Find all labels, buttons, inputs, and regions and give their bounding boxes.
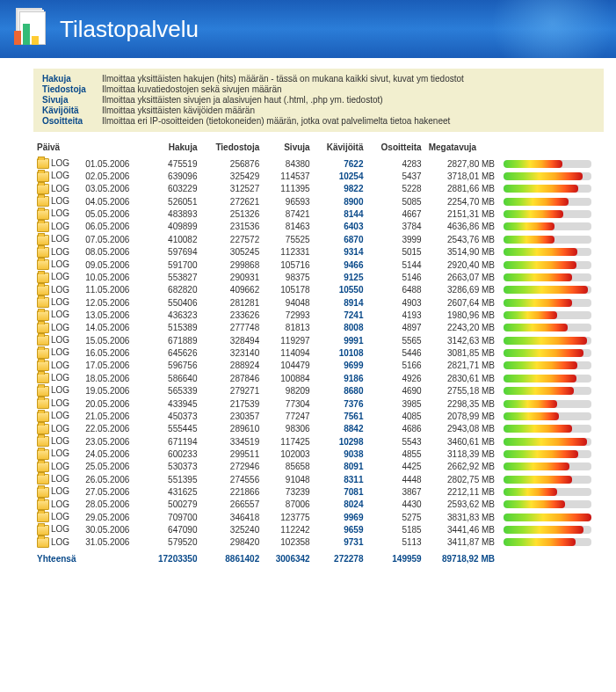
folder-icon — [37, 222, 49, 232]
bar-fill — [504, 172, 583, 180]
bar-cell — [498, 170, 604, 182]
log-cell[interactable]: LOG — [33, 259, 82, 271]
log-link[interactable]: LOG — [51, 297, 69, 307]
bar-fill — [504, 438, 587, 446]
log-cell[interactable]: LOG — [33, 183, 82, 195]
pages-cell: 105178 — [263, 284, 313, 296]
log-cell[interactable]: LOG — [33, 309, 82, 321]
log-cell[interactable]: LOG — [33, 448, 82, 460]
log-link[interactable]: LOG — [51, 323, 69, 332]
files-cell: 305245 — [200, 246, 263, 259]
hits-cell: 579520 — [144, 536, 200, 549]
addr-cell: 3867 — [366, 485, 424, 498]
log-link[interactable]: LOG — [51, 411, 69, 420]
log-link[interactable]: LOG — [51, 524, 69, 534]
files-cell: 298420 — [200, 536, 263, 549]
log-link[interactable]: LOG — [51, 347, 69, 357]
log-cell[interactable]: LOG — [33, 208, 82, 220]
log-cell[interactable]: LOG — [33, 423, 82, 435]
mb-cell: 2243,20 MB — [425, 322, 498, 334]
bar-track — [504, 222, 591, 230]
log-link[interactable]: LOG — [51, 385, 69, 395]
log-cell[interactable]: LOG — [33, 271, 82, 283]
table-row: LOG26.05.2006551395274556910488311444828… — [33, 473, 604, 485]
files-cell: 272621 — [200, 195, 263, 208]
legend-row: TiedostojaIlmoittaa kuvatiedostojen sekä… — [42, 84, 595, 94]
log-cell[interactable]: LOG — [33, 360, 82, 372]
log-link[interactable]: LOG — [51, 222, 69, 231]
log-cell[interactable]: LOG — [33, 334, 82, 346]
bar-fill — [504, 185, 578, 193]
log-link[interactable]: LOG — [51, 247, 69, 257]
log-cell[interactable]: LOG — [33, 170, 82, 182]
log-cell[interactable]: LOG — [33, 485, 82, 498]
log-link[interactable]: LOG — [51, 310, 69, 319]
log-cell[interactable]: LOG — [33, 233, 82, 245]
log-link[interactable]: LOG — [51, 424, 69, 433]
log-cell[interactable]: LOG — [33, 195, 82, 208]
folder-icon — [37, 386, 49, 397]
log-link[interactable]: LOG — [51, 259, 69, 269]
log-cell[interactable]: LOG — [33, 499, 82, 511]
log-link[interactable]: LOG — [51, 196, 69, 206]
log-link[interactable]: LOG — [51, 512, 69, 521]
pages-cell: 123775 — [263, 511, 313, 523]
log-link[interactable]: LOG — [51, 184, 69, 193]
bar-track — [504, 526, 591, 534]
log-link[interactable]: LOG — [51, 486, 69, 496]
log-cell[interactable]: LOG — [33, 536, 82, 549]
hits-cell: 586640 — [144, 372, 200, 384]
log-link[interactable]: LOG — [51, 285, 69, 295]
addr-cell: 5146 — [366, 271, 424, 283]
log-link[interactable]: LOG — [51, 158, 69, 168]
log-link[interactable]: LOG — [51, 208, 69, 218]
log-cell[interactable]: LOG — [33, 384, 82, 397]
log-cell[interactable]: LOG — [33, 246, 82, 259]
addr-cell: 5113 — [366, 536, 424, 549]
log-link[interactable]: LOG — [51, 335, 69, 345]
folder-icon — [37, 348, 49, 359]
log-link[interactable]: LOG — [51, 171, 69, 180]
log-cell[interactable]: LOG — [33, 461, 82, 473]
bar-track — [504, 248, 591, 256]
log-link[interactable]: LOG — [51, 499, 69, 509]
log-link[interactable]: LOG — [51, 537, 69, 547]
mb-cell: 3514,90 MB — [425, 246, 498, 259]
log-link[interactable]: LOG — [51, 398, 69, 408]
log-link[interactable]: LOG — [51, 448, 69, 458]
files-cell: 274556 — [200, 473, 263, 485]
log-cell[interactable]: LOG — [33, 435, 82, 448]
log-cell[interactable]: LOG — [33, 473, 82, 485]
bar-cell — [498, 284, 604, 296]
log-link[interactable]: LOG — [51, 373, 69, 382]
folder-icon — [37, 285, 49, 295]
log-cell[interactable]: LOG — [33, 221, 82, 233]
log-link[interactable]: LOG — [51, 361, 69, 370]
log-cell[interactable]: LOG — [33, 523, 82, 535]
log-cell[interactable]: LOG — [33, 397, 82, 410]
log-cell[interactable]: LOG — [33, 284, 82, 296]
log-link[interactable]: LOG — [51, 234, 69, 244]
bar-track — [504, 236, 591, 244]
table-row: LOG18.05.2006586640287846100884918649262… — [33, 372, 604, 384]
log-cell[interactable]: LOG — [33, 511, 82, 523]
log-cell[interactable]: LOG — [33, 372, 82, 384]
log-cell[interactable]: LOG — [33, 296, 82, 309]
log-cell[interactable]: LOG — [33, 157, 82, 170]
log-cell[interactable]: LOG — [33, 322, 82, 334]
log-link[interactable]: LOG — [51, 474, 69, 484]
log-link[interactable]: LOG — [51, 462, 69, 471]
log-cell[interactable]: LOG — [33, 346, 82, 359]
visits-cell: 8680 — [314, 384, 367, 397]
pages-cell: 100884 — [263, 372, 313, 384]
log-cell[interactable]: LOG — [33, 410, 82, 422]
addr-cell: 4448 — [366, 473, 424, 485]
folder-icon — [37, 412, 49, 422]
folder-icon — [37, 525, 49, 535]
files-cell: 227572 — [200, 233, 263, 245]
visits-cell: 9125 — [314, 271, 367, 283]
visits-cell: 7241 — [314, 309, 367, 321]
log-link[interactable]: LOG — [51, 272, 69, 281]
log-link[interactable]: LOG — [51, 436, 69, 446]
bar-track — [504, 172, 591, 180]
